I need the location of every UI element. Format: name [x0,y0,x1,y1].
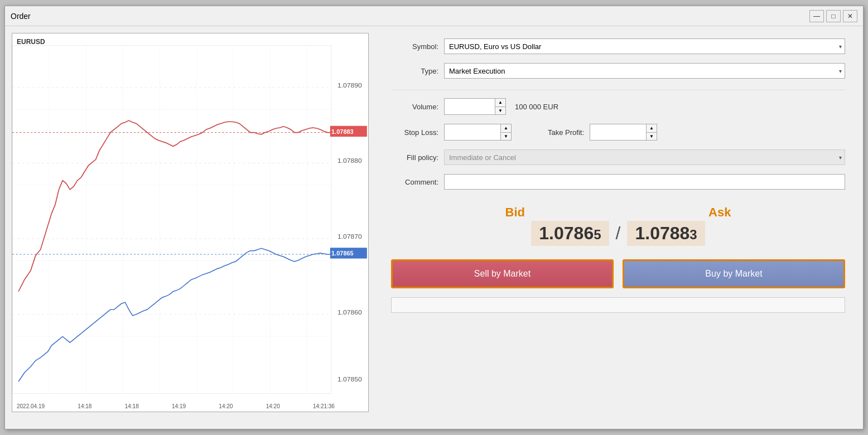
svg-text:1.07883: 1.07883 [331,128,354,135]
volume-row: Volume: 1.00 ▲ ▼ 100 000 EUR [391,98,845,115]
time-label-4: 14:19 [172,403,186,409]
main-content: EURUSD 1.07890 1.07880 1.07870 1.07860 1… [5,26,863,429]
type-select-wrapper: Market Execution ▾ [444,63,845,79]
maximize-button[interactable]: □ [826,10,841,22]
stop-loss-spinner-buttons: ▲ ▼ [500,124,511,140]
fill-policy-select-wrapper: Immediate or Cancel ▾ [444,149,845,165]
chart-symbol-label: EURUSD [17,38,45,46]
take-profit-spinner: 0.00000 ▲ ▼ [590,124,657,141]
ask-price-small: 3 [689,227,697,242]
volume-up-button[interactable]: ▲ [495,99,505,107]
volume-spinner-buttons: ▲ ▼ [495,99,505,114]
volume-unit-label: 100 000 EUR [515,103,558,111]
type-select[interactable]: Market Execution [444,63,845,79]
bid-price-small: 5 [594,227,601,242]
right-panel: Symbol: EURUSD, Euro vs US Dollar ▾ Type… [380,33,856,422]
title-bar: Order — □ ✕ [5,6,863,26]
bid-ask-prices: 1.07865 / 1.07883 [531,221,705,246]
stop-loss-down-button[interactable]: ▼ [501,132,511,140]
type-label: Type: [391,67,438,75]
comment-input[interactable] [444,174,845,190]
bid-price-box: 1.07865 [531,221,609,246]
bid-label: Bid [505,205,525,220]
time-label-6: 14:20 [266,403,280,409]
buy-by-market-button[interactable]: Buy by Market [623,259,845,288]
take-profit-down-button[interactable]: ▼ [647,132,657,140]
chart-container: EURUSD 1.07890 1.07880 1.07870 1.07860 1… [12,33,369,412]
take-profit-spinner-buttons: ▲ ▼ [646,124,657,140]
volume-input[interactable]: 1.00 [445,99,495,114]
order-window: Order — □ ✕ EURUSD 1.07890 1.078 [4,6,864,429]
svg-text:1.07890: 1.07890 [337,81,362,89]
svg-text:1.07860: 1.07860 [337,308,362,316]
volume-label: Volume: [391,103,438,111]
fill-policy-select[interactable]: Immediate or Cancel [444,149,845,165]
symbol-label: Symbol: [391,42,438,51]
ask-label: Ask [708,205,731,220]
volume-spinner: 1.00 ▲ ▼ [444,98,506,115]
minimize-button[interactable]: — [809,10,824,22]
time-label-7: 14:21:36 [313,403,335,409]
sell-by-market-button[interactable]: Sell by Market [391,259,614,288]
status-bar [391,297,845,313]
action-buttons: Sell by Market Buy by Market [391,259,845,288]
divider-1 [391,90,845,90]
comment-label: Comment: [391,178,438,186]
symbol-select[interactable]: EURUSD, Euro vs US Dollar [444,38,845,54]
time-label-5: 14:20 [219,403,233,409]
window-title: Order [11,12,31,21]
stop-loss-up-button[interactable]: ▲ [501,124,511,132]
ask-price-main: 1.0788 [635,223,689,243]
time-label-3: 14:18 [125,403,139,409]
stop-loss-spinner: 0.00000 ▲ ▼ [444,124,512,141]
bid-price-main: 1.0786 [539,223,594,243]
stop-loss-label: Stop Loss: [391,128,438,137]
bid-ask-section: Bid Ask 1.07865 / 1.07883 [391,205,845,246]
stop-loss-input[interactable]: 0.00000 [445,124,500,140]
bid-ask-labels: Bid Ask [391,205,845,220]
sl-tp-row: Stop Loss: 0.00000 ▲ ▼ Take Profit: 0.00… [391,124,845,141]
take-profit-input[interactable]: 0.00000 [590,124,646,140]
volume-down-button[interactable]: ▼ [495,107,505,114]
svg-text:1.07880: 1.07880 [337,157,362,165]
comment-row: Comment: [391,174,845,190]
time-label-2: 14:18 [78,403,91,409]
svg-text:1.07870: 1.07870 [337,233,362,240]
svg-rect-1 [12,46,331,394]
chart-time-axis: 2022.04.19 14:18 14:18 14:19 14:20 14:20… [17,403,335,409]
take-profit-up-button[interactable]: ▲ [647,124,657,132]
time-label-1: 2022.04.19 [17,403,45,409]
price-chart: 1.07890 1.07880 1.07870 1.07860 1.07850 … [12,33,368,412]
symbol-select-wrapper: EURUSD, Euro vs US Dollar ▾ [444,38,845,54]
fill-policy-row: Fill policy: Immediate or Cancel ▾ [391,149,845,165]
ask-price-box: 1.07883 [627,221,705,246]
type-row: Type: Market Execution ▾ [391,63,845,79]
close-button[interactable]: ✕ [843,10,857,22]
svg-text:1.07850: 1.07850 [337,375,362,383]
price-slash: / [616,223,621,244]
svg-text:1.07865: 1.07865 [331,250,354,257]
symbol-row: Symbol: EURUSD, Euro vs US Dollar ▾ [391,38,845,54]
take-profit-label: Take Profit: [528,128,584,137]
window-controls: — □ ✕ [809,10,857,22]
fill-policy-label: Fill policy: [391,153,438,162]
